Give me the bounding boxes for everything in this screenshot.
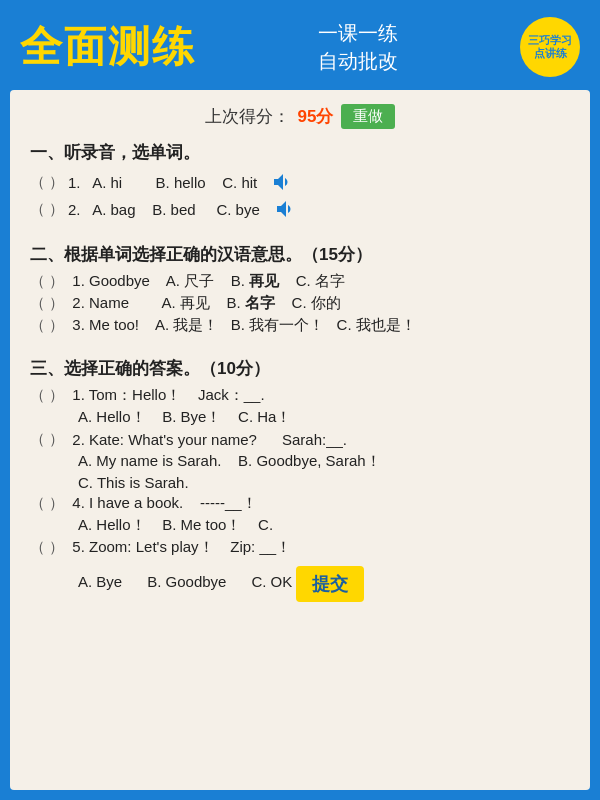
section2-title: 二、根据单词选择正确的汉语意思。（15分）	[30, 243, 570, 266]
s3-q4-options: A. Hello！ B. Me too！ C.	[30, 516, 570, 535]
submit-button[interactable]: 提交	[296, 566, 364, 602]
score-value: 95分	[298, 105, 334, 128]
header: 全面测练 一课一练 自动批改 三巧学习 点讲练	[0, 0, 600, 90]
audio-icon-1[interactable]	[271, 170, 295, 194]
s3-q1-text: （ ） 1. Tom：Hello！ Jack：__.	[30, 386, 570, 405]
s3-q5-text: （ ） 5. Zoom: Let's play！ Zip: __！	[30, 538, 570, 557]
s2-q1: （ ） 1. Goodbye A. 尺子 B. 再见 C. 名字	[30, 272, 570, 291]
s3-q2-text: （ ） 2. Kate: What's your name? Sarah:__.	[30, 430, 570, 449]
app-title: 全面测练	[20, 19, 196, 75]
s1-q1: （） 1. A. hi B. hello C. hit	[30, 170, 570, 194]
score-bar: 上次得分： 95分 重做	[30, 104, 570, 129]
divider2	[30, 229, 570, 237]
header-subtitle: 一课一练 自动批改	[318, 19, 398, 75]
main-content: 上次得分： 95分 重做 一、听录音，选单词。 （） 1. A. hi B. h…	[10, 90, 590, 790]
s3-q2-options-c: C. This is Sarah.	[30, 474, 570, 491]
s3-q1-options: A. Hello！ B. Bye！ C. Ha！	[30, 408, 570, 427]
redo-button[interactable]: 重做	[341, 104, 395, 129]
s3-q4-text: （ ） 4. I have a book. -----__！	[30, 494, 570, 513]
s3-q5-options: A. Bye B. Goodbye C. OK 提交	[30, 560, 570, 602]
s2-q3: （ ） 3. Me too! A. 我是！ B. 我有一个！ C. 我也是！	[30, 316, 570, 335]
audio-icon-2[interactable]	[274, 197, 298, 221]
divider3	[30, 343, 570, 351]
s1-q2: （） 2. A. bag B. bed C. bye	[30, 197, 570, 221]
badge: 三巧学习 点讲练	[520, 17, 580, 77]
s3-q2-options-a: A. My name is Sarah. B. Goodbye, Sarah！	[30, 452, 570, 471]
section1-title: 一、听录音，选单词。	[30, 141, 570, 164]
s2-q2: （ ） 2. Name A. 再见 B. 名字 C. 你的	[30, 294, 570, 313]
section3-title: 三、选择正确的答案。（10分）	[30, 357, 570, 380]
